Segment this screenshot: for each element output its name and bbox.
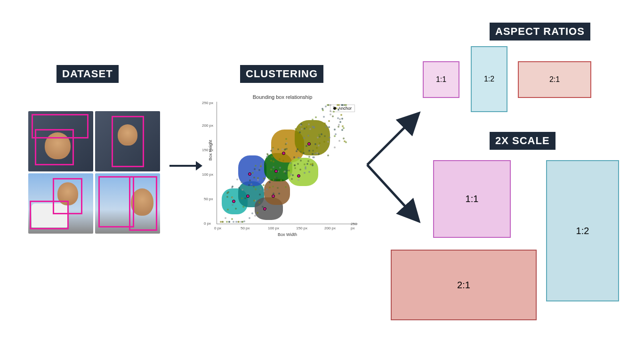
scale-box-1-2: 1:2 — [546, 160, 619, 301]
ytick: 100 px — [202, 172, 213, 177]
heading-dataset: DATASET — [56, 65, 119, 83]
xtick: 50 px — [241, 226, 250, 230]
xtick: 150 px — [296, 226, 307, 230]
xtick: 200 px — [324, 226, 336, 230]
aspect-box-1-1: 1:1 — [423, 61, 459, 98]
scatter-plot-area: Anchor Box Height Box Width 0 px 50 px 1… — [217, 102, 358, 224]
aspect-box-1-2: 1:2 — [471, 46, 507, 112]
svg-line-1 — [367, 165, 419, 221]
dataset-thumbnail-grid — [28, 111, 160, 234]
xtick: 100 px — [268, 226, 279, 230]
dataset-image-4 — [95, 173, 160, 234]
clustering-scatter-plot: Bounding box relationship Anchor Box Hei… — [207, 94, 358, 235]
heading-clustering: CLUSTERING — [240, 65, 323, 83]
aspect-box-2-1: 2:1 — [518, 61, 591, 98]
scale-box-2-1: 2:1 — [391, 250, 537, 320]
heading-2x-scale: 2X SCALE — [490, 132, 555, 150]
dataset-image-2 — [95, 111, 160, 171]
scale-box-1-1: 1:1 — [433, 160, 511, 238]
dataset-image-1 — [28, 111, 93, 171]
ytick: 250 px — [202, 101, 213, 105]
dataset-image-3 — [28, 173, 93, 234]
ytick: 200 px — [202, 123, 213, 128]
scatter-title: Bounding box relationship — [207, 94, 358, 100]
arrow-dataset-to-clustering — [169, 165, 198, 167]
scatter-xlabel: Box Width — [278, 232, 297, 237]
ytick: 50 px — [204, 197, 213, 201]
xtick: 0 px — [214, 226, 221, 230]
xtick: 250 px — [351, 222, 358, 230]
arrow-split — [362, 94, 428, 235]
svg-line-0 — [367, 113, 419, 165]
heading-aspect-ratios: ASPECT RATIOS — [490, 23, 590, 41]
ytick: 0 px — [204, 221, 211, 226]
ytick: 150 px — [202, 148, 213, 152]
